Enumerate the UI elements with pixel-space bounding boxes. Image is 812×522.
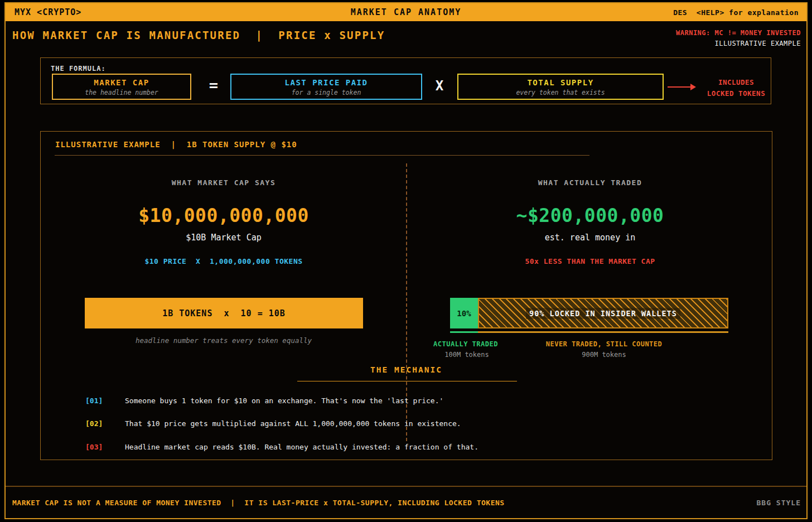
- footer-separator: [6, 486, 806, 487]
- locked-tokens-note-line2: LOCKED TOKENS: [698, 88, 775, 99]
- right-arrow-icon: [668, 86, 691, 88]
- formula-box-total-supply: TOTAL SUPPLY every token that exists: [457, 74, 664, 100]
- locked-tokens-note: INCLUDES LOCKED TOKENS: [698, 77, 775, 99]
- market-cap-value: $10,000,000,000: [41, 205, 407, 226]
- price-supply-formula: $10 PRICE X 1,000,000,000 TOKENS: [41, 257, 407, 265]
- step-text: Someone buys 1 token for $10 on an excha…: [125, 397, 443, 405]
- legend-traded-label: ACTUALLY TRADED: [433, 340, 498, 348]
- footer-style-note: BBG STYLE: [757, 499, 801, 507]
- market-cap-box-subtitle: the headline number: [53, 89, 190, 96]
- mechanic-title: THE MECHANIC: [41, 365, 772, 374]
- legend-traded-value: 100M tokens: [444, 351, 489, 359]
- total-supply-box-title: TOTAL SUPPLY: [458, 78, 663, 87]
- step-text: Headline market cap reads $10B. Real mon…: [125, 443, 478, 451]
- bar-underline-locked: [478, 331, 728, 333]
- mechanic-step-1: [01] Someone buys 1 token for $10 on an …: [85, 397, 443, 405]
- legend-locked-label: NEVER TRADED, STILL COUNTED: [546, 340, 663, 348]
- page-title: HOW MARKET CAP IS MANUFACTURED | PRICE x…: [12, 29, 385, 41]
- example-panel: ILLUSTRATIVE EXAMPLE | 1B TOKEN SUPPLY @…: [40, 131, 772, 460]
- supply-bar-legend: ACTUALLY TRADED 100M tokens NEVER TRADED…: [450, 340, 728, 365]
- locked-segment: 90% LOCKED IN INSIDER WALLETS: [478, 298, 728, 328]
- times-operator: X: [432, 78, 447, 94]
- traded-value: ~$200,000,000: [407, 205, 773, 226]
- topbar-help-hint: DES <HELP> for explanation: [673, 8, 799, 17]
- formula-label: THE FORMULA:: [51, 65, 106, 72]
- supply-bar: 10% 90% LOCKED IN INSIDER WALLETS: [450, 298, 728, 328]
- tokens-bar-caption: headline number treats every token equal…: [41, 336, 407, 345]
- tokens-bar-label: 1B TOKENS x 10 = 10B: [162, 308, 286, 318]
- step-number: [03]: [85, 443, 113, 451]
- mechanic-title-underline: [297, 381, 517, 381]
- last-price-box-title: LAST PRICE PAID: [231, 78, 421, 87]
- legend-locked-value: 900M tokens: [582, 351, 626, 359]
- header-notes: WARNING: MC != MONEY INVESTED ILLUSTRATI…: [676, 28, 801, 49]
- traded-sub-value: est. real money in: [407, 233, 773, 243]
- locked-tokens-note-line1: INCLUDES: [698, 77, 775, 88]
- market-cap-box-title: MARKET CAP: [53, 78, 190, 87]
- supply-bar-underline: [450, 331, 728, 333]
- step-number: [01]: [85, 397, 113, 405]
- bar-underline-traded: [450, 331, 478, 333]
- mechanic-step-2: [02] That $10 price gets multiplied agai…: [85, 419, 461, 428]
- market-cap-says-heading: WHAT MARKET CAP SAYS: [41, 178, 407, 187]
- total-supply-box-subtitle: every token that exists: [458, 89, 663, 96]
- mechanic-step-3: [03] Headline market cap reads $10B. Rea…: [85, 443, 478, 451]
- last-price-box-subtitle: for a single token: [231, 89, 421, 96]
- formula-box-market-cap: MARKET CAP the headline number: [52, 74, 191, 100]
- market-cap-column: WHAT MARKET CAP SAYS $10,000,000,000 $10…: [41, 132, 407, 460]
- equals-operator: =: [205, 76, 223, 94]
- formula-box-last-price: LAST PRICE PAID for a single token: [230, 74, 422, 100]
- locked-segment-label: 90% LOCKED IN INSIDER WALLETS: [526, 308, 680, 319]
- step-text: That $10 price gets multiplied against A…: [125, 419, 461, 428]
- warning-label: WARNING: MC != MONEY INVESTED: [676, 28, 801, 38]
- illustrative-label: ILLUSTRATIVE EXAMPLE: [676, 38, 801, 49]
- comparison-note: 50x LESS THAN THE MARKET CAP: [407, 257, 773, 265]
- topbar: MYX <CRYPTO> MARKET CAP ANATOMY DES <HEL…: [6, 3, 806, 21]
- actually-traded-column: WHAT ACTUALLY TRADED ~$200,000,000 est. …: [407, 132, 773, 460]
- traded-segment: 10%: [450, 298, 478, 328]
- tokens-bar: 1B TOKENS x 10 = 10B: [85, 298, 363, 328]
- footer-text: MARKET CAP IS NOT A MEASURE OF MONEY INV…: [12, 499, 505, 507]
- actually-traded-heading: WHAT ACTUALLY TRADED: [407, 178, 773, 187]
- formula-panel: THE FORMULA: MARKET CAP the headline num…: [40, 57, 771, 104]
- step-number: [02]: [85, 419, 113, 428]
- market-cap-sub-value: $10B Market Cap: [41, 233, 407, 243]
